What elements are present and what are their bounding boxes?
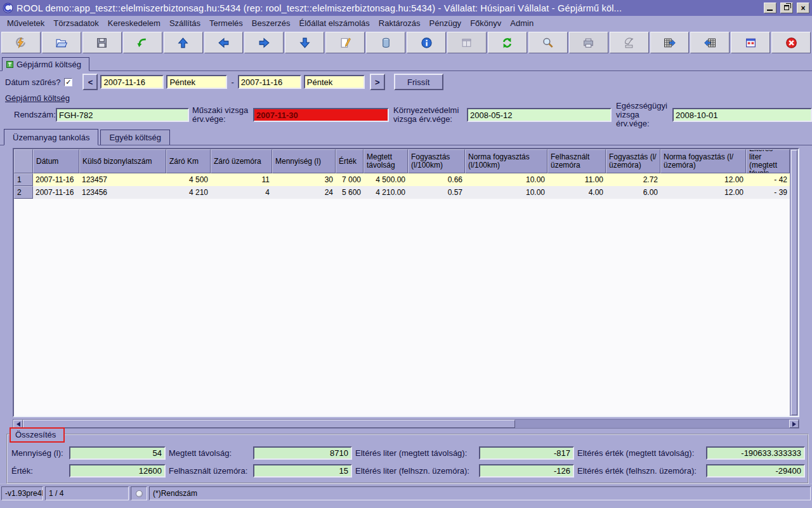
cell-zaro-uzemora: 11 [211, 173, 272, 186]
communication-button[interactable] [610, 32, 649, 53]
exit-button[interactable] [1, 32, 41, 53]
from-date-input[interactable] [100, 75, 164, 89]
muszaki-label: Műszaki vizsga érv.vége: [192, 106, 251, 124]
search-icon [542, 37, 554, 49]
menu-item-torzsadatok[interactable]: Törzsadatok [49, 17, 103, 29]
window-layout-button[interactable] [731, 32, 770, 53]
refresh-dates-button[interactable]: Frissít [394, 74, 443, 90]
column-header-megtett-tavolsag[interactable]: Megtett távolság [363, 149, 408, 173]
menu-item-penzugy[interactable]: Pénzügy [425, 17, 466, 29]
edit-button[interactable] [325, 32, 365, 53]
tab-gepjarmu-koltseg[interactable]: Gépjármű költség [2, 57, 89, 71]
to-date-input[interactable] [238, 75, 301, 89]
muszaki-date-input[interactable] [253, 108, 389, 122]
minimize-button[interactable] [764, 3, 776, 13]
menu-item-admin[interactable]: Admin [506, 17, 538, 29]
cell-fogyasztas-l-100km: 0.66 [408, 173, 465, 186]
next-day-button[interactable]: > [370, 74, 385, 90]
cost-tab-strip: Üzemanyag tankolás Egyéb költség [0, 128, 812, 145]
cell-norma-fogyasztas-l-uzemora: 12.00 [660, 186, 746, 199]
column-header-kulso-bizonylatszam[interactable]: Külső bizonylatszám [79, 149, 166, 173]
stop-button[interactable] [771, 32, 811, 53]
column-header-zaro-km[interactable]: Záró Km [166, 149, 211, 173]
main-tab-strip: Gépjármű költség [0, 57, 812, 71]
cell-fogyasztas-l-uzemora: 2.72 [606, 173, 660, 186]
kornyezet-date-input[interactable] [467, 108, 612, 122]
close-button[interactable]: × [797, 3, 809, 13]
save-button[interactable] [82, 32, 122, 53]
menu-item-kereskedelem[interactable]: Kereskedelem [103, 17, 165, 29]
prev-record-button[interactable] [204, 32, 244, 53]
import-table-button[interactable] [690, 32, 730, 53]
info-button[interactable] [407, 32, 446, 53]
menu-item-raktarozas[interactable]: Raktározás [374, 17, 425, 29]
summary-value-elteres-ertek-megtett-tavolsag: -190633.333333 [706, 446, 805, 460]
form-tab-icon [6, 61, 13, 68]
summary-value-ertek: 12600 [69, 464, 166, 478]
restore-button[interactable] [780, 3, 793, 13]
plate-input[interactable] [56, 108, 189, 122]
column-header-fogyasztas-l-uzemora[interactable]: Fogyasztás (l/üzemóra) [606, 149, 660, 173]
menu-item-beszerzes[interactable]: Beszerzés [247, 17, 295, 29]
menu-item-fokonyv[interactable]: Főkönyv [466, 17, 506, 29]
prev-day-button[interactable]: < [82, 74, 98, 90]
menu-item-szallitas[interactable]: Szállítás [165, 17, 205, 29]
column-header-zaro-uzemora[interactable]: Záró üzemóra [211, 149, 272, 173]
summary-title: Összesítés [15, 430, 56, 439]
refresh-icon [501, 37, 513, 49]
table-header-row: DátumKülső bizonylatszámZáró KmZáró üzem… [14, 149, 790, 173]
horizontal-scrollbar-track[interactable] [515, 420, 789, 428]
vertical-scrollbar-thumb[interactable] [791, 150, 797, 415]
column-header-ertek[interactable]: Érték [336, 149, 363, 173]
export-table-button[interactable] [650, 32, 690, 53]
menu-bar: MűveletekTörzsadatokKereskedelemSzállítá… [0, 16, 812, 30]
first-record-button[interactable] [164, 32, 203, 53]
menu-item-muveletek[interactable]: Műveletek [3, 17, 49, 29]
column-header-elteres-liter-megtett-tavols[interactable]: Eltérés liter (megtett távols [746, 149, 790, 173]
horizontal-scrollbar-thumb[interactable] [23, 420, 515, 428]
column-header-mennyiseg-l[interactable]: Mennyiség (l) [272, 149, 336, 173]
column-header-fogyasztas-l-100km[interactable]: Fogyasztás (l/100km) [408, 149, 465, 173]
record-position: 1 / 4 [45, 486, 129, 500]
revert-button[interactable] [123, 32, 162, 53]
table-import-icon [704, 37, 716, 49]
open-button[interactable] [42, 32, 81, 53]
cell-ertek: 5 600 [336, 186, 363, 199]
status-led-icon [136, 490, 143, 497]
column-header-felhasznalt-uzemora[interactable]: Felhasznált üzemóra [547, 149, 606, 173]
menu-item-eloallat-elszamolas[interactable]: Élőállat elszámolás [295, 17, 374, 29]
table-row[interactable]: 12007-11-161234574 50011307 0004 500.000… [14, 173, 790, 186]
column-header-norma-fogyasztas-l-uzemora[interactable]: Norma fogyasztás (l/üzemóra) [660, 149, 746, 173]
column-header-datum[interactable]: Dátum [33, 149, 79, 173]
database-button[interactable] [366, 32, 405, 53]
refresh-button[interactable] [488, 32, 527, 53]
horizontal-scrollbar[interactable] [13, 419, 799, 429]
table-row[interactable]: 22007-11-161234564 2104245 6004 210.000.… [14, 186, 790, 199]
to-day-input[interactable] [304, 75, 365, 89]
cell-ertek: 7 000 [336, 173, 363, 186]
tab-egyeb-koltseg[interactable]: Egyéb költség [100, 130, 170, 145]
date-filter-row: Dátum szűrés? ✓ < - > Frissít [0, 71, 812, 93]
menu-item-termeles[interactable]: Termelés [205, 17, 247, 29]
save-icon [96, 37, 108, 49]
vertical-scrollbar[interactable] [790, 149, 798, 416]
next-record-button[interactable] [244, 32, 284, 53]
egeszseg-date-input[interactable] [672, 108, 812, 122]
last-record-button[interactable] [285, 32, 324, 53]
cell-felhasznalt-uzemora: 4.00 [547, 186, 606, 199]
summary-label-elteres-ertek-felhszn-uzemora: Eltérés érték (felhszn. üzemóra): [577, 466, 703, 476]
column-header-norma-fogyasztas-l-100km[interactable]: Norma fogyasztás (l/100km) [465, 149, 547, 173]
scroll-right-button[interactable] [789, 420, 799, 428]
summary-value-elteres-liter-felhszn-uzemora: -126 [479, 464, 574, 478]
tab-uzemanyag-tankolas[interactable]: Üzemanyag tankolás [4, 129, 98, 145]
summary-groupbox: Összesítés Mennyiség (l):54Megtett távol… [6, 434, 809, 484]
cell-kulso-bizonylatszam: 123457 [79, 173, 166, 186]
fuel-table-panel: DátumKülső bizonylatszámZáró KmZáró üzem… [13, 148, 799, 417]
status-led-cell [131, 486, 147, 500]
from-day-input[interactable] [166, 75, 227, 89]
search-button[interactable] [528, 32, 568, 53]
summary-label-elteres-liter-megtett-tavolsag: Eltérés liter (megtett távolság): [355, 448, 476, 458]
date-filter-checkbox[interactable]: ✓ [64, 78, 72, 86]
cell-zaro-km: 4 210 [166, 186, 211, 199]
column-header-rownum[interactable] [14, 149, 33, 173]
